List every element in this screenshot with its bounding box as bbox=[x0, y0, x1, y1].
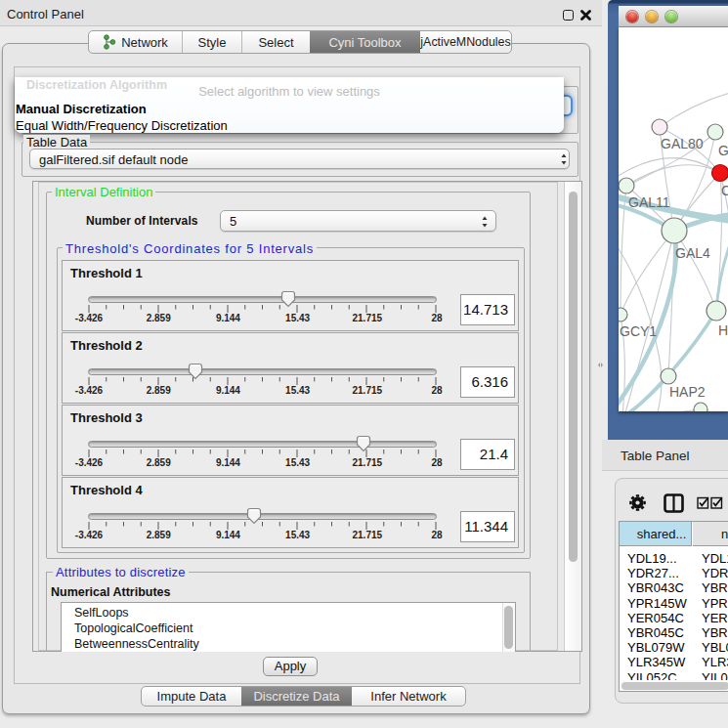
svg-text:GAL4: GAL4 bbox=[675, 245, 710, 261]
svg-text:GAL80: GAL80 bbox=[661, 136, 704, 151]
svg-text:GA: GA bbox=[718, 143, 728, 158]
svg-text:C: C bbox=[721, 183, 728, 198]
svg-text:GAL11: GAL11 bbox=[628, 194, 670, 210]
svg-text:HAP2: HAP2 bbox=[669, 384, 706, 400]
svg-text:H: H bbox=[718, 322, 728, 338]
svg-text:GCY1: GCY1 bbox=[620, 323, 657, 339]
